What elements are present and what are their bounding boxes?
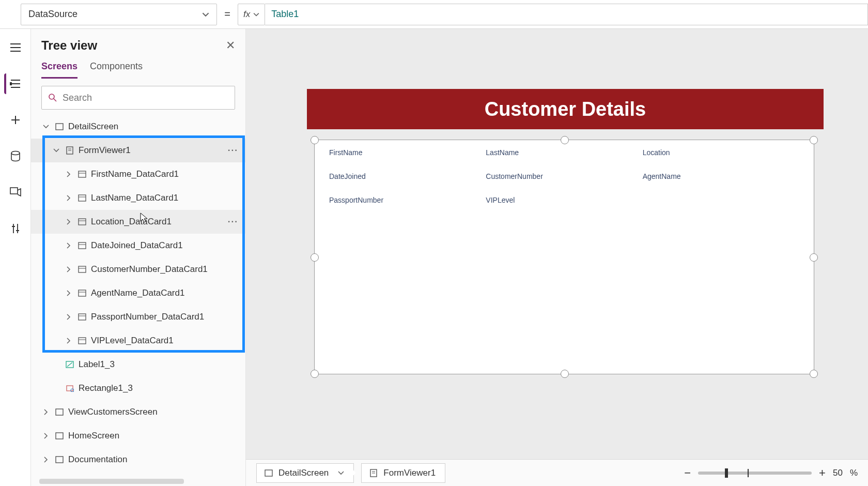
chevron-right-icon bbox=[64, 314, 73, 320]
field-label: VIPLevel bbox=[486, 196, 642, 204]
canvas-area[interactable]: Customer Details FirstName LastName Loca… bbox=[246, 29, 868, 486]
tree-node-label: CustomerNumber_DataCard1 bbox=[91, 264, 208, 275]
svg-rect-18 bbox=[56, 433, 63, 439]
datacard-icon bbox=[78, 288, 87, 298]
chevron-right-icon bbox=[64, 195, 73, 201]
field-label: LastName bbox=[486, 148, 642, 157]
resize-handle[interactable] bbox=[810, 253, 818, 262]
equals-label: = bbox=[217, 8, 238, 20]
chevron-right-icon bbox=[41, 409, 51, 415]
svg-rect-17 bbox=[56, 409, 63, 415]
svg-rect-11 bbox=[79, 290, 86, 296]
svg-rect-8 bbox=[79, 219, 86, 225]
chevron-right-icon bbox=[64, 171, 73, 177]
breadcrumb-label: FormViewer1 bbox=[383, 468, 436, 478]
data-icon[interactable] bbox=[5, 146, 26, 166]
resize-handle[interactable] bbox=[311, 136, 319, 144]
label-icon bbox=[65, 360, 74, 369]
resize-handle[interactable] bbox=[561, 370, 569, 378]
chevron-right-icon bbox=[64, 242, 73, 249]
tree-node-label: PassportNumber_DataCard1 bbox=[91, 312, 204, 322]
fx-button[interactable]: fx bbox=[238, 4, 265, 25]
screen-icon bbox=[55, 122, 64, 131]
tree-node-datacard[interactable]: PassportNumber_DataCard1 bbox=[31, 305, 245, 329]
tree-node-datacard[interactable]: FirstName_DataCard1 bbox=[31, 162, 245, 186]
tree-node-label: HomeScreen bbox=[68, 431, 119, 441]
svg-rect-12 bbox=[79, 314, 86, 320]
horizontal-scrollbar[interactable] bbox=[39, 479, 184, 484]
tree-node-detailscreen[interactable]: DetailScreen bbox=[31, 115, 245, 139]
more-icon[interactable]: ··· bbox=[228, 145, 238, 156]
tree-node-label: FormViewer1 bbox=[79, 145, 131, 156]
search-box[interactable] bbox=[41, 86, 235, 110]
chevron-right-icon bbox=[64, 338, 73, 344]
screen-icon bbox=[55, 407, 64, 417]
tree-node-rectangle-control[interactable]: Rectangle1_3 bbox=[31, 376, 245, 400]
search-icon bbox=[48, 93, 57, 102]
close-icon[interactable]: ✕ bbox=[226, 39, 235, 52]
form-icon bbox=[65, 146, 74, 155]
tree-node-label: Label1_3 bbox=[79, 359, 115, 370]
resize-handle[interactable] bbox=[810, 136, 818, 144]
svg-rect-19 bbox=[56, 457, 63, 463]
search-input[interactable] bbox=[63, 93, 228, 103]
tree-node-datacard[interactable]: LastName_DataCard1 bbox=[31, 186, 245, 210]
zoom-thumb[interactable] bbox=[725, 468, 728, 478]
tree-node-label-control[interactable]: Label1_3 bbox=[31, 353, 245, 376]
chevron-right-icon bbox=[64, 290, 73, 296]
tree-node-label: Rectangle1_3 bbox=[79, 383, 133, 393]
tree-node-formviewer[interactable]: FormViewer1 ··· bbox=[31, 139, 245, 162]
tools-icon[interactable] bbox=[5, 218, 26, 239]
tree-node-datacard[interactable]: DateJoined_DataCard1 bbox=[31, 234, 245, 257]
zoom-out-button[interactable]: − bbox=[684, 466, 691, 480]
tree-node-label: Location_DataCard1 bbox=[91, 217, 172, 227]
resize-handle[interactable] bbox=[810, 370, 818, 378]
tree-node-viewcustomers[interactable]: ViewCustomersScreen bbox=[31, 400, 245, 424]
tree-node-label: ViewCustomersScreen bbox=[68, 407, 158, 417]
tab-components[interactable]: Components bbox=[90, 58, 143, 79]
field-label: PassportNumber bbox=[329, 196, 486, 204]
chevron-down-icon bbox=[253, 11, 259, 18]
datacard-icon bbox=[78, 312, 87, 322]
media-icon[interactable] bbox=[5, 182, 26, 203]
field-label: FirstName bbox=[329, 148, 486, 157]
datacard-icon bbox=[78, 193, 87, 203]
status-bar: DetailScreen FormViewer1 − + 50 % bbox=[246, 459, 868, 486]
tab-screens[interactable]: Screens bbox=[41, 58, 78, 79]
tree-node-datacard[interactable]: Location_DataCard1 ··· bbox=[31, 210, 245, 234]
tree-node-label: Documentation bbox=[68, 454, 127, 465]
tree-node-label: AgentName_DataCard1 bbox=[91, 288, 184, 298]
tree-node-homescreen[interactable]: HomeScreen bbox=[31, 424, 245, 448]
resize-handle[interactable] bbox=[311, 370, 319, 378]
tree-node-documentation[interactable]: Documentation bbox=[31, 448, 245, 472]
svg-rect-15 bbox=[67, 386, 73, 391]
zoom-in-button[interactable]: + bbox=[819, 466, 826, 480]
resize-handle[interactable] bbox=[561, 136, 569, 144]
tree-node-datacard[interactable]: VIPLevel_DataCard1 bbox=[31, 329, 245, 353]
svg-rect-0 bbox=[10, 82, 12, 85]
insert-icon[interactable] bbox=[5, 110, 26, 130]
datacard-icon bbox=[78, 265, 87, 274]
svg-point-16 bbox=[71, 389, 74, 392]
breadcrumb-screen[interactable]: DetailScreen bbox=[256, 463, 354, 483]
zoom-percent: % bbox=[850, 468, 858, 478]
more-icon[interactable]: ··· bbox=[228, 217, 238, 227]
formula-text: Table1 bbox=[271, 9, 299, 20]
screen-icon bbox=[55, 455, 64, 464]
zoom-tick bbox=[748, 469, 749, 477]
breadcrumb-label: DetailScreen bbox=[278, 468, 329, 478]
tree-node-label: LastName_DataCard1 bbox=[91, 193, 178, 203]
tree-node-datacard[interactable]: AgentName_DataCard1 bbox=[31, 281, 245, 305]
tree-node-label: DetailScreen bbox=[68, 122, 118, 132]
tree-node-datacard[interactable]: CustomerNumber_DataCard1 bbox=[31, 257, 245, 281]
formula-input[interactable]: Table1 bbox=[265, 4, 868, 25]
chevron-down-icon bbox=[338, 470, 344, 476]
resize-handle[interactable] bbox=[311, 253, 319, 262]
form-viewer-control[interactable]: FirstName LastName Location DateJoined C… bbox=[314, 140, 814, 374]
hamburger-icon[interactable] bbox=[5, 37, 26, 58]
svg-rect-13 bbox=[79, 338, 86, 344]
zoom-slider[interactable] bbox=[698, 472, 812, 475]
breadcrumb-control[interactable]: FormViewer1 bbox=[361, 463, 445, 483]
tree-view-icon[interactable] bbox=[4, 73, 25, 94]
property-selector[interactable]: DataSource bbox=[21, 4, 217, 25]
